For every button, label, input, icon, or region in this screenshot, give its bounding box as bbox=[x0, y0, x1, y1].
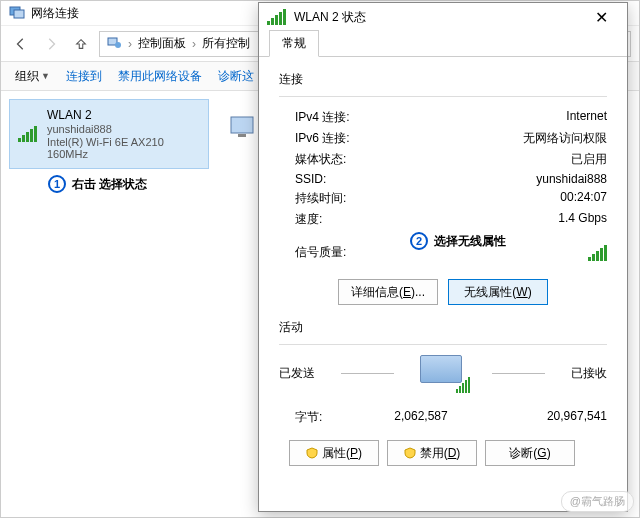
breadcrumb-control-panel[interactable]: 控制面板 bbox=[138, 35, 186, 52]
ipv4-value: Internet bbox=[405, 109, 607, 126]
organize-menu[interactable]: 组织▼ bbox=[9, 66, 56, 87]
disable-device-button[interactable]: 禁用此网络设备 bbox=[112, 66, 208, 87]
ipv6-label: IPv6 连接: bbox=[295, 130, 405, 147]
signal-quality-label: 信号质量: bbox=[279, 244, 389, 261]
bytes-sent-value: 2,062,587 bbox=[359, 409, 483, 426]
up-button[interactable] bbox=[69, 32, 93, 56]
adapter-item-wlan2[interactable]: WLAN 2 yunshidai888 Intel(R) Wi-Fi 6E AX… bbox=[9, 99, 209, 169]
annotation-number-1: 1 bbox=[48, 175, 66, 193]
back-button[interactable] bbox=[9, 32, 33, 56]
svg-rect-4 bbox=[231, 117, 253, 133]
wireless-properties-button[interactable]: 无线属性(W) bbox=[448, 279, 548, 305]
forward-button[interactable] bbox=[39, 32, 63, 56]
section-connection: 连接 bbox=[279, 71, 607, 88]
signal-icon bbox=[267, 9, 286, 25]
media-value: 已启用 bbox=[405, 151, 607, 168]
signal-quality-icon bbox=[588, 245, 607, 261]
monitor-icon bbox=[229, 115, 259, 144]
bytes-label: 字节: bbox=[279, 409, 359, 426]
details-button[interactable]: 详细信息(E)... bbox=[338, 279, 438, 305]
adapter-name: WLAN 2 bbox=[47, 108, 200, 122]
recv-label: 已接收 bbox=[571, 365, 607, 382]
activity-row: 已发送 已接收 bbox=[279, 355, 607, 391]
dialog-title: WLAN 2 状态 bbox=[294, 9, 366, 26]
section-activity: 活动 bbox=[279, 319, 607, 336]
svg-rect-5 bbox=[238, 134, 246, 137]
tab-general[interactable]: 常规 bbox=[269, 30, 319, 57]
ipv6-value: 无网络访问权限 bbox=[405, 130, 607, 147]
shield-icon bbox=[306, 447, 318, 459]
chevron-right-icon: › bbox=[128, 37, 132, 51]
chevron-right-icon: › bbox=[192, 37, 196, 51]
annotation-1: 1 右击 选择状态 bbox=[48, 175, 147, 193]
ssid-value: yunshidai888 bbox=[405, 172, 607, 186]
window-title: 网络连接 bbox=[31, 5, 79, 22]
dialog-titlebar: WLAN 2 状态 ✕ bbox=[259, 3, 627, 31]
annotation-number-2: 2 bbox=[410, 232, 428, 250]
connect-to-button[interactable]: 连接到 bbox=[60, 66, 108, 87]
tab-bar: 常规 bbox=[259, 31, 627, 57]
network-icon bbox=[106, 34, 122, 53]
svg-point-3 bbox=[115, 42, 121, 48]
speed-value: 1.4 Gbps bbox=[405, 211, 607, 228]
bytes-recv-value: 20,967,541 bbox=[483, 409, 607, 426]
svg-rect-1 bbox=[14, 10, 24, 18]
monitor-icon bbox=[420, 355, 466, 391]
duration-value: 00:24:07 bbox=[405, 190, 607, 207]
chevron-down-icon: ▼ bbox=[41, 71, 50, 81]
watermark: @霸气路肠 bbox=[561, 491, 634, 512]
adapter-device: Intel(R) Wi-Fi 6E AX210 160MHz bbox=[47, 136, 200, 160]
ssid-label: SSID: bbox=[295, 172, 405, 186]
speed-label: 速度: bbox=[295, 211, 405, 228]
wlan-status-dialog: WLAN 2 状态 ✕ 常规 连接 IPv4 连接:Internet IPv6 … bbox=[258, 2, 628, 512]
duration-label: 持续时间: bbox=[295, 190, 405, 207]
media-label: 媒体状态: bbox=[295, 151, 405, 168]
ipv4-label: IPv4 连接: bbox=[295, 109, 405, 126]
close-button[interactable]: ✕ bbox=[583, 8, 619, 27]
signal-icon bbox=[18, 126, 37, 142]
sent-label: 已发送 bbox=[279, 365, 315, 382]
diagnose-button[interactable]: 诊断这 bbox=[212, 66, 260, 87]
breadcrumb-all[interactable]: 所有控制 bbox=[202, 35, 250, 52]
properties-button[interactable]: 属性(P) bbox=[289, 440, 379, 466]
network-icon bbox=[9, 4, 25, 23]
disable-button[interactable]: 禁用(D) bbox=[387, 440, 477, 466]
diagnose-button[interactable]: 诊断(G) bbox=[485, 440, 575, 466]
shield-icon bbox=[404, 447, 416, 459]
adapter-ssid: yunshidai888 bbox=[47, 123, 200, 135]
connection-details: IPv4 连接:Internet IPv6 连接:无网络访问权限 媒体状态:已启… bbox=[279, 107, 607, 230]
annotation-2: 2 选择无线属性 bbox=[410, 232, 506, 250]
